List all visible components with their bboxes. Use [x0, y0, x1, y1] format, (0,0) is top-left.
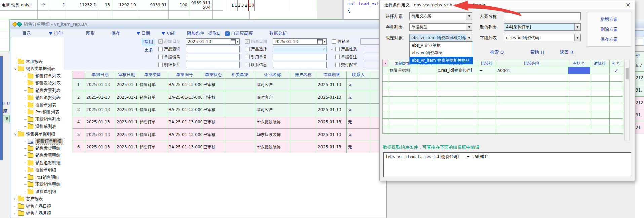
table-cell[interactable]: BA-25-01-13-0001: [167, 79, 202, 91]
sidebar-item-3[interactable]: 销售发货列表: [11, 80, 64, 87]
grid-empty-cell[interactable]: [568, 119, 590, 126]
condition-edit-box[interactable]: [ebs_vr_item:]c.res_id[物资代码] = 'A0001': [383, 152, 631, 177]
column-header--[interactable]: -: [72, 71, 85, 79]
unchecked-checkbox[interactable]: [158, 55, 163, 59]
column-header-单据类型[interactable]: 单据类型: [138, 71, 167, 79]
table-cell[interactable]: 无: [347, 129, 370, 141]
grid-header--[interactable]: -: [382, 60, 388, 67]
dropdown-option-0[interactable]: ebs_v 企业单据: [410, 42, 473, 49]
toolbar-item-2[interactable]: 保存: [111, 30, 120, 36]
sidebar-item-19[interactable]: ›客户报表: [11, 196, 64, 203]
table-cell[interactable]: 华东捷波装饰: [255, 141, 290, 153]
add-plan-button[interactable]: 新增方案: [587, 16, 631, 22]
spreadsheet-cell[interactable]: 1292.19: [112, 0, 138, 11]
sidebar-item-1[interactable]: ∨销售类单据列表: [11, 66, 64, 72]
table-cell[interactable]: 2025-01-13: [316, 79, 347, 91]
table-cell[interactable]: [225, 129, 255, 141]
auto-height-toggle[interactable]: ✓自适应高度: [225, 30, 253, 36]
expand-icon[interactable]: ›: [14, 197, 18, 201]
flag-digit-cell[interactable]: 1: [231, 0, 234, 11]
grid-empty-cell[interactable]: [382, 111, 388, 119]
toolbar-item-catalog[interactable]: 目录: [22, 30, 31, 36]
sidebar-item-2[interactable]: 销售订单列表: [11, 73, 64, 79]
checked-checkbox-icon[interactable]: ✓: [225, 31, 230, 36]
grid-empty-cell[interactable]: [417, 126, 436, 134]
filter-checkbox-产品查询[interactable]: 产品查询: [158, 46, 180, 52]
table-cell[interactable]: 无: [347, 79, 370, 91]
table-cell[interactable]: 已审核: [202, 104, 225, 116]
grid-empty-cell[interactable]: [478, 89, 496, 97]
save-plan-button[interactable]: 保存方案: [587, 36, 631, 42]
grid-empty-cell[interactable]: [436, 126, 478, 134]
table-cell[interactable]: 2025-01-13: [85, 91, 115, 104]
grid-empty-cell[interactable]: [610, 104, 623, 111]
grid-cell[interactable]: A0001: [496, 67, 568, 74]
table-cell[interactable]: 销售订单: [138, 91, 167, 104]
filter-checkbox-结束日期[interactable]: ✓结束日期: [245, 38, 267, 44]
table-cell[interactable]: [370, 116, 380, 129]
toolbar-item-0[interactable]: 打印: [49, 30, 63, 36]
row-number-cell[interactable]: 4: [72, 116, 85, 129]
table-cell[interactable]: 无: [347, 116, 370, 129]
table-cell[interactable]: [370, 129, 380, 141]
spreadsheet-cell[interactable]: [213, 11, 250, 19]
flag-digit-cell[interactable]: 2: [244, 0, 248, 11]
spreadsheet-cell[interactable]: [112, 11, 138, 19]
table-cell[interactable]: BA-25-01-13-0001: [167, 91, 202, 104]
spreadsheet-cell[interactable]: [0, 11, 38, 19]
table-cell[interactable]: 无: [347, 91, 370, 104]
dropdown-arrow-icon[interactable]: ▼: [574, 34, 580, 41]
spreadsheet-cell[interactable]: [98, 11, 112, 19]
grid-empty-cell[interactable]: [388, 89, 417, 97]
grid-empty-cell[interactable]: [568, 82, 590, 89]
chevron-down-icon[interactable]: ∨: [323, 47, 325, 51]
sidebar-item-8[interactable]: 现货销售列表: [11, 116, 64, 123]
filter-checkbox-单据备注[interactable]: 单据备注: [335, 54, 357, 60]
dropdown-arrow-icon[interactable]: ▼: [466, 24, 472, 30]
grid-empty-cell[interactable]: [568, 126, 590, 134]
dropdown-option-1[interactable]: ebs_vr 物资单据: [410, 49, 473, 57]
table-cell[interactable]: 2025-01-13: [85, 116, 115, 129]
spreadsheet-cell[interactable]: [169, 11, 189, 19]
code-editor-pane[interactable]: int load_ext() {: [342, 0, 382, 19]
unchecked-checkbox[interactable]: [245, 55, 250, 59]
table-cell[interactable]: 临时客户: [255, 79, 290, 91]
table-cell[interactable]: 2025-01-13: [316, 104, 347, 116]
collapse-icon[interactable]: ∨: [14, 67, 18, 71]
search-button[interactable]: 检索O: [490, 49, 504, 56]
table-cell[interactable]: [290, 116, 316, 129]
calendar-icon[interactable]: [231, 39, 236, 44]
grid-empty-cell[interactable]: [496, 119, 568, 126]
grid-empty-cell[interactable]: [568, 97, 590, 104]
table-cell[interactable]: 华东捷波装饰: [255, 129, 290, 141]
table-cell[interactable]: [225, 104, 255, 116]
table-cell[interactable]: 已审核: [202, 91, 225, 104]
grid-empty-cell[interactable]: [388, 126, 417, 134]
grid-empty-cell[interactable]: [382, 119, 388, 126]
filter-text-input[interactable]: [186, 46, 240, 52]
spreadsheet-cell[interactable]: 电脑-银奥-onlyit: [0, 0, 38, 11]
spreadsheet-cell[interactable]: [255, 0, 289, 11]
grid-empty-cell[interactable]: [417, 119, 436, 126]
toolbar-item-3[interactable]: 日期: [137, 30, 150, 36]
grid-scrollbar[interactable]: [624, 60, 630, 141]
table-cell[interactable]: 2025-01-13: [115, 116, 138, 129]
table-cell[interactable]: 2025-01-13: [85, 129, 115, 141]
table-cell[interactable]: 临时客户: [255, 104, 290, 116]
column-header-联系人[interactable]: 联系人: [347, 71, 370, 79]
unchecked-checkbox[interactable]: [335, 63, 340, 67]
table-cell[interactable]: 2025-01-13: [316, 116, 347, 129]
grid-cell[interactable]: 物资单据相: [388, 67, 417, 74]
grid-empty-cell[interactable]: [417, 74, 436, 82]
sidebar-item-10[interactable]: ∨销售类单据明细: [11, 131, 64, 137]
column-header-单据状态[interactable]: 单据状态: [202, 71, 225, 79]
toolbar-item-1[interactable]: 图形: [86, 30, 95, 36]
grid-empty-cell[interactable]: [382, 97, 388, 104]
date-input[interactable]: 2025-01-13▾: [273, 38, 327, 45]
grid-empty-cell[interactable]: [568, 104, 590, 111]
grid-cell[interactable]: c.res_id[物资代码]: [436, 67, 478, 74]
sidebar-item-15[interactable]: 报价单明细: [11, 167, 64, 174]
grid-empty-cell[interactable]: [436, 74, 478, 82]
grid-cell[interactable]: =: [478, 67, 496, 74]
grid-empty-cell[interactable]: [382, 89, 388, 97]
